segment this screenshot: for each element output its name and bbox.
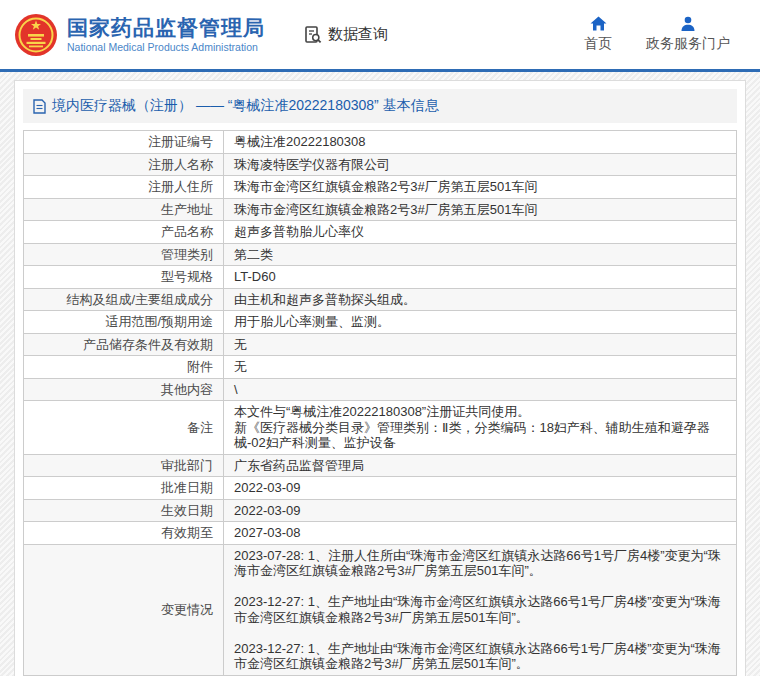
row-value: 无 <box>224 333 737 356</box>
table-row: 型号规格LT-D60 <box>24 266 737 289</box>
table-row: 适用范围/预期用途用于胎儿心率测量、监测。 <box>24 311 737 334</box>
nav-home-label: 首页 <box>584 35 612 53</box>
table-row: 生产地址珠海市金湾区红旗镇金粮路2号3#厂房第五层501车间 <box>24 198 737 221</box>
home-icon <box>590 16 607 31</box>
data-query-label: 数据查询 <box>328 25 388 44</box>
row-label: 审批部门 <box>24 454 224 477</box>
national-emblem-icon <box>14 13 58 57</box>
row-value: 超声多普勒胎儿心率仪 <box>224 221 737 244</box>
table-row: 附件无 <box>24 356 737 379</box>
content-panel: 境内医疗器械（注册） —— “粤械注准20222180308” 基本信息 注册证… <box>14 80 746 676</box>
row-label: 产品名称 <box>24 221 224 244</box>
row-value: 珠海凌特医学仪器有限公司 <box>224 153 737 176</box>
table-row: 注册证编号粤械注准20222180308 <box>24 131 737 154</box>
table-row: 批准日期2022-03-09 <box>24 477 737 500</box>
row-value: LT-D60 <box>224 266 737 289</box>
registration-info-table: 注册证编号粤械注准20222180308注册人名称珠海凌特医学仪器有限公司注册人… <box>23 130 737 676</box>
table-row: 有效期至2027-03-08 <box>24 522 737 545</box>
row-value: 2027-03-08 <box>224 522 737 545</box>
row-value: 广东省药品监督管理局 <box>224 454 737 477</box>
info-table-body: 注册证编号粤械注准20222180308注册人名称珠海凌特医学仪器有限公司注册人… <box>24 131 737 676</box>
row-label: 适用范围/预期用途 <box>24 311 224 334</box>
row-label: 注册证编号 <box>24 131 224 154</box>
nav-gov-portal[interactable]: 政务服务门户 <box>646 16 730 53</box>
table-row: 审批部门广东省药品监督管理局 <box>24 454 737 477</box>
breadcrumb-text: 境内医疗器械（注册） —— “粤械注准20222180308” 基本信息 <box>52 97 439 115</box>
row-label: 注册人住所 <box>24 176 224 199</box>
table-row: 产品储存条件及有效期无 <box>24 333 737 356</box>
row-label: 结构及组成/主要组成成分 <box>24 288 224 311</box>
table-row: 管理类别第二类 <box>24 243 737 266</box>
row-label: 型号规格 <box>24 266 224 289</box>
site-title: 国家药品监督管理局 <box>67 16 265 39</box>
row-value: 粤械注准20222180308 <box>224 131 737 154</box>
row-label: 批准日期 <box>24 477 224 500</box>
table-row: 变更情况2023-07-28: 1、注册人住所由“珠海市金湾区红旗镇永达路66号… <box>24 544 737 675</box>
row-label: 有效期至 <box>24 522 224 545</box>
row-value: 第二类 <box>224 243 737 266</box>
data-query-button[interactable]: 数据查询 <box>303 25 388 45</box>
document-icon <box>33 99 46 114</box>
nav-home[interactable]: 首页 <box>584 16 612 53</box>
row-value: 用于胎儿心率测量、监测。 <box>224 311 737 334</box>
site-logo-link[interactable]: 国家药品监督管理局 National Medical Products Admi… <box>14 13 265 57</box>
table-row: 备注本文件与“粤械注准20222180308”注册证共同使用。 新《医疗器械分类… <box>24 401 737 455</box>
row-label: 其他内容 <box>24 378 224 401</box>
row-value: 本文件与“粤械注准20222180308”注册证共同使用。 新《医疗器械分类目录… <box>224 401 737 455</box>
table-row: 注册人住所珠海市金湾区红旗镇金粮路2号3#厂房第五层501车间 <box>24 176 737 199</box>
row-value: 珠海市金湾区红旗镇金粮路2号3#厂房第五层501车间 <box>224 198 737 221</box>
row-label: 附件 <box>24 356 224 379</box>
site-subtitle: National Medical Products Administration <box>67 42 265 54</box>
row-value: 2023-07-28: 1、注册人住所由“珠海市金湾区红旗镇永达路66号1号厂房… <box>224 544 737 675</box>
row-label: 管理类别 <box>24 243 224 266</box>
row-value: 由主机和超声多普勒探头组成。 <box>224 288 737 311</box>
row-value: 珠海市金湾区红旗镇金粮路2号3#厂房第五层501车间 <box>224 176 737 199</box>
table-row: 其他内容\ <box>24 378 737 401</box>
row-value: 2022-03-09 <box>224 477 737 500</box>
table-row: 生效日期2022-03-09 <box>24 499 737 522</box>
site-header: 国家药品监督管理局 National Medical Products Admi… <box>0 0 760 72</box>
table-row: 结构及组成/主要组成成分由主机和超声多普勒探头组成。 <box>24 288 737 311</box>
row-label: 生效日期 <box>24 499 224 522</box>
user-icon <box>680 16 696 31</box>
row-value: 无 <box>224 356 737 379</box>
breadcrumb: 境内医疗器械（注册） —— “粤械注准20222180308” 基本信息 <box>23 89 737 123</box>
document-search-icon <box>303 25 323 45</box>
row-label: 产品储存条件及有效期 <box>24 333 224 356</box>
row-value: 2022-03-09 <box>224 499 737 522</box>
table-row: 产品名称超声多普勒胎儿心率仪 <box>24 221 737 244</box>
row-label: 变更情况 <box>24 544 224 675</box>
table-row: 注册人名称珠海凌特医学仪器有限公司 <box>24 153 737 176</box>
nav-gov-portal-label: 政务服务门户 <box>646 35 730 53</box>
header-nav: 首页 政务服务门户 <box>584 16 746 53</box>
row-value: \ <box>224 378 737 401</box>
row-label: 注册人名称 <box>24 153 224 176</box>
row-label: 备注 <box>24 401 224 455</box>
row-label: 生产地址 <box>24 198 224 221</box>
